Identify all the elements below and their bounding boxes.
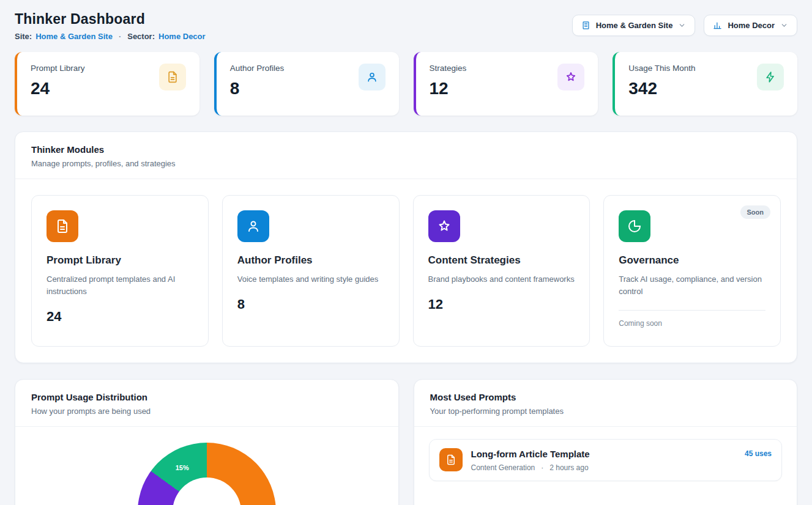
module-count: 8 xyxy=(237,297,384,312)
module-count: 12 xyxy=(428,297,575,312)
module-governance[interactable]: Soon Governance Track AI usage, complian… xyxy=(603,195,781,347)
sector-link[interactable]: Home Decor xyxy=(158,32,206,41)
stats-row: Prompt Library 24 Author Profiles 8 Stra… xyxy=(15,52,797,116)
header-left: Thinker Dashboard Site: Home & Garden Si… xyxy=(15,11,206,41)
stat-value: 342 xyxy=(628,79,695,98)
stat-label: Prompt Library xyxy=(31,64,85,73)
star-icon xyxy=(428,210,460,242)
stat-card-prompt-library: Prompt Library 24 xyxy=(15,52,199,116)
most-used-prompts-card: Most Used Prompts Your top-performing pr… xyxy=(414,379,798,505)
header-selectors: Home & Garden Site Home Decor xyxy=(572,15,797,36)
user-icon xyxy=(237,210,269,242)
document-icon xyxy=(439,448,463,471)
stat-label: Strategies xyxy=(430,64,467,73)
stat-value: 8 xyxy=(230,79,285,98)
stat-value: 12 xyxy=(430,79,467,98)
site-selector-dropdown[interactable]: Home & Garden Site xyxy=(572,15,696,36)
prompts-header: Most Used Prompts Your top-performing pr… xyxy=(414,380,797,427)
modules-subtitle: Manage prompts, profiles, and strategies xyxy=(31,159,781,168)
dashboard-page: Thinker Dashboard Site: Home & Garden Si… xyxy=(0,0,812,505)
document-icon xyxy=(47,210,78,242)
separator-dot: · xyxy=(541,463,543,472)
site-label: Site: xyxy=(15,32,32,41)
stat-label: Usage This Month xyxy=(628,64,695,73)
prompt-item-main: Long-form Article Template Content Gener… xyxy=(471,448,736,472)
header: Thinker Dashboard Site: Home & Garden Si… xyxy=(15,11,797,41)
modules-title: Thinker Modules xyxy=(31,144,781,155)
prompt-usage-card: Prompt Usage Distribution How your promp… xyxy=(15,379,399,505)
module-description: Brand playbooks and content frameworks xyxy=(428,273,575,286)
module-count: 24 xyxy=(47,309,193,325)
chevron-down-icon xyxy=(780,21,788,29)
usage-title: Prompt Usage Distribution xyxy=(31,392,382,402)
building-icon xyxy=(581,21,590,30)
user-icon xyxy=(359,64,386,90)
stat-label: Author Profiles xyxy=(230,64,285,73)
prompt-item-meta: Content Generation · 2 hours ago xyxy=(471,463,736,472)
module-content-strategies[interactable]: Content Strategies Brand playbooks and c… xyxy=(413,195,590,347)
module-prompt-library[interactable]: Prompt Library Centralized prompt templa… xyxy=(31,195,209,347)
star-icon xyxy=(557,64,584,90)
module-title: Governance xyxy=(619,254,765,267)
bottom-row: Prompt Usage Distribution How your promp… xyxy=(15,379,797,505)
document-icon xyxy=(159,64,186,90)
prompts-subtitle: Your top-performing prompt templates xyxy=(430,407,781,416)
stat-text: Prompt Library 24 xyxy=(31,64,85,98)
prompt-list-item[interactable]: Long-form Article Template Content Gener… xyxy=(429,439,783,481)
coming-soon-text: Coming soon xyxy=(619,310,765,328)
breadcrumb: Site: Home & Garden Site · Sector: Home … xyxy=(15,32,206,41)
stat-text: Strategies 12 xyxy=(430,64,467,98)
site-selector-label: Home & Garden Site xyxy=(596,21,673,30)
module-description: Centralized prompt templates and AI inst… xyxy=(47,273,193,298)
stat-text: Author Profiles 8 xyxy=(230,64,285,98)
module-author-profiles[interactable]: Author Profiles Voice templates and writ… xyxy=(222,195,400,347)
sector-selector-dropdown[interactable]: Home Decor xyxy=(704,15,797,36)
module-description: Voice templates and writing style guides xyxy=(237,273,384,286)
thinker-modules-card: Thinker Modules Manage prompts, profiles… xyxy=(15,131,797,363)
prompt-time: 2 hours ago xyxy=(549,463,588,472)
stat-text: Usage This Month 342 xyxy=(628,64,695,98)
module-description: Track AI usage, compliance, and version … xyxy=(619,273,765,298)
donut-hole xyxy=(173,477,241,505)
module-title: Prompt Library xyxy=(47,254,193,267)
prompts-title: Most Used Prompts xyxy=(430,392,781,402)
site-link[interactable]: Home & Garden Site xyxy=(35,32,113,41)
sector-selector-label: Home Decor xyxy=(728,21,775,30)
separator-dot: · xyxy=(119,32,121,41)
pie-chart-icon xyxy=(619,210,650,242)
sector-label: Sector: xyxy=(127,32,155,41)
stat-card-usage: Usage This Month 342 xyxy=(613,52,797,116)
prompt-category: Content Generation xyxy=(471,463,535,472)
module-title: Content Strategies xyxy=(428,254,575,267)
modules-header: Thinker Modules Manage prompts, profiles… xyxy=(15,132,797,179)
stat-card-author-profiles: Author Profiles 8 xyxy=(214,52,399,116)
usage-header: Prompt Usage Distribution How your promp… xyxy=(15,380,398,427)
bar-chart-icon xyxy=(713,21,722,30)
page-title: Thinker Dashboard xyxy=(15,11,206,28)
module-title: Author Profiles xyxy=(237,254,384,267)
donut-chart-wrap: 15% xyxy=(15,443,398,505)
usage-subtitle: How your prompts are being used xyxy=(31,407,382,416)
stat-card-strategies: Strategies 12 xyxy=(414,52,598,116)
donut-segment-label: 15% xyxy=(176,464,189,471)
stat-value: 24 xyxy=(31,79,85,98)
chevron-down-icon xyxy=(678,21,686,29)
lightning-icon xyxy=(757,64,784,90)
prompt-item-title: Long-form Article Template xyxy=(471,449,736,459)
modules-grid: Prompt Library Centralized prompt templa… xyxy=(15,179,797,363)
prompt-uses-badge: 45 uses xyxy=(745,449,772,458)
soon-badge: Soon xyxy=(740,205,771,219)
donut-chart: 15% xyxy=(138,443,276,505)
